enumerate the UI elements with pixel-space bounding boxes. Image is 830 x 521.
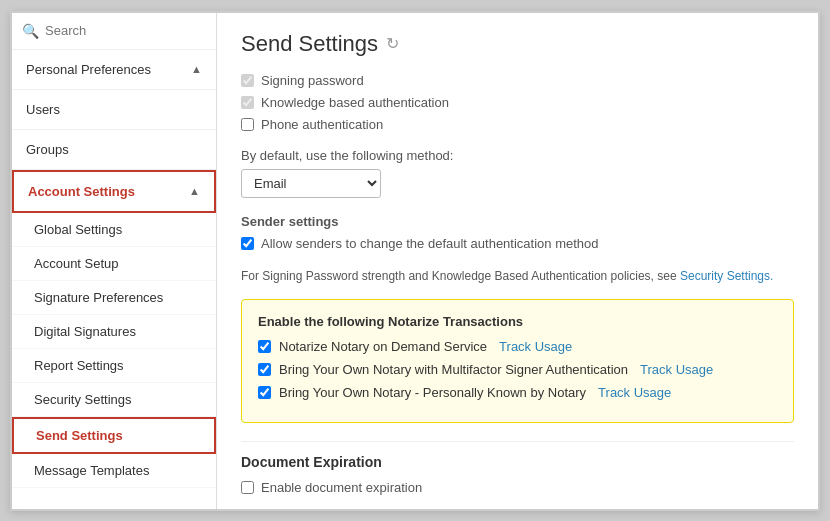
- notarize-on-demand-label: Notarize Notary on Demand Service: [279, 339, 487, 354]
- sender-checkbox-row: Allow senders to change the default auth…: [241, 236, 794, 251]
- sidebar-sub-item-account-setup[interactable]: Account Setup: [12, 247, 216, 281]
- signing-password-label: Signing password: [261, 73, 364, 88]
- phone-auth-checkbox[interactable]: [241, 118, 254, 131]
- signing-password-checkbox[interactable]: [241, 74, 254, 87]
- sidebar-sub-item-send-settings[interactable]: Send Settings: [12, 417, 216, 454]
- sidebar-sub-item-message-templates[interactable]: Message Templates: [12, 454, 216, 488]
- sidebar-item-label: Account Settings: [28, 184, 135, 199]
- sidebar: 🔍 Personal Preferences ▲ Users Groups Ac…: [12, 13, 217, 509]
- notarize-row-3: Bring Your Own Notary - Personally Known…: [258, 385, 777, 400]
- notarize-multifactor-label: Bring Your Own Notary with Multifactor S…: [279, 362, 628, 377]
- notarize-personally-known-label: Bring Your Own Notary - Personally Known…: [279, 385, 586, 400]
- sender-settings-section: Sender settings Allow senders to change …: [241, 214, 794, 251]
- sidebar-item-label: Personal Preferences: [26, 62, 151, 77]
- auth-section: Signing password Knowledge based authent…: [241, 73, 794, 132]
- chevron-down-icon: ▲: [191, 63, 202, 75]
- info-text: For Signing Password strength and Knowle…: [241, 267, 794, 285]
- sidebar-item-label: Groups: [26, 142, 69, 157]
- sidebar-item-personal-preferences[interactable]: Personal Preferences ▲: [12, 50, 216, 90]
- chevron-up-icon: ▲: [189, 185, 200, 197]
- sender-checkbox-label: Allow senders to change the default auth…: [261, 236, 599, 251]
- signing-password-row: Signing password: [241, 73, 794, 88]
- divider: [241, 441, 794, 442]
- search-icon: 🔍: [22, 23, 39, 39]
- refresh-icon[interactable]: ↻: [386, 34, 399, 53]
- sidebar-sub-item-report-settings[interactable]: Report Settings: [12, 349, 216, 383]
- sidebar-sub-item-signature-preferences[interactable]: Signature Preferences: [12, 281, 216, 315]
- knowledge-based-checkbox[interactable]: [241, 96, 254, 109]
- notarize-personally-known-checkbox[interactable]: [258, 386, 271, 399]
- doc-expiration-section: Document Expiration Enable document expi…: [241, 441, 794, 495]
- sidebar-sub-item-security-settings[interactable]: Security Settings: [12, 383, 216, 417]
- security-settings-link[interactable]: Security Settings.: [680, 269, 773, 283]
- search-bar[interactable]: 🔍: [12, 13, 216, 50]
- phone-auth-label: Phone authentication: [261, 117, 383, 132]
- doc-expiration-title: Document Expiration: [241, 454, 794, 470]
- default-method-label: By default, use the following method:: [241, 148, 794, 163]
- notarize-row-1: Notarize Notary on Demand Service Track …: [258, 339, 777, 354]
- sidebar-item-groups[interactable]: Groups: [12, 130, 216, 170]
- notarize-box: Enable the following Notarize Transactio…: [241, 299, 794, 423]
- notarize-on-demand-checkbox[interactable]: [258, 340, 271, 353]
- notarize-title: Enable the following Notarize Transactio…: [258, 314, 777, 329]
- knowledge-based-row: Knowledge based authentication: [241, 95, 794, 110]
- sidebar-sub-item-digital-signatures[interactable]: Digital Signatures: [12, 315, 216, 349]
- default-method-select-wrapper: Email SMS Phone: [241, 169, 794, 198]
- sidebar-item-label: Users: [26, 102, 60, 117]
- track-usage-link-1[interactable]: Track Usage: [499, 339, 572, 354]
- phone-auth-row: Phone authentication: [241, 117, 794, 132]
- sidebar-sub-item-global-settings[interactable]: Global Settings: [12, 213, 216, 247]
- doc-expiration-label: Enable document expiration: [261, 480, 422, 495]
- page-title: Send Settings ↻: [241, 31, 794, 57]
- doc-expiration-checkbox[interactable]: [241, 481, 254, 494]
- sender-settings-label: Sender settings: [241, 214, 794, 229]
- notarize-row-2: Bring Your Own Notary with Multifactor S…: [258, 362, 777, 377]
- search-input[interactable]: [45, 23, 206, 38]
- knowledge-based-label: Knowledge based authentication: [261, 95, 449, 110]
- sender-checkbox[interactable]: [241, 237, 254, 250]
- default-method-select[interactable]: Email SMS Phone: [241, 169, 381, 198]
- default-method-section: By default, use the following method: Em…: [241, 148, 794, 198]
- notarize-multifactor-checkbox[interactable]: [258, 363, 271, 376]
- app-window: 🔍 Personal Preferences ▲ Users Groups Ac…: [10, 11, 820, 511]
- sidebar-item-account-settings[interactable]: Account Settings ▲: [12, 170, 216, 213]
- track-usage-link-3[interactable]: Track Usage: [598, 385, 671, 400]
- doc-expiration-checkbox-row: Enable document expiration: [241, 480, 794, 495]
- track-usage-link-2[interactable]: Track Usage: [640, 362, 713, 377]
- main-content: Send Settings ↻ Signing password Knowled…: [217, 13, 818, 509]
- sidebar-item-users[interactable]: Users: [12, 90, 216, 130]
